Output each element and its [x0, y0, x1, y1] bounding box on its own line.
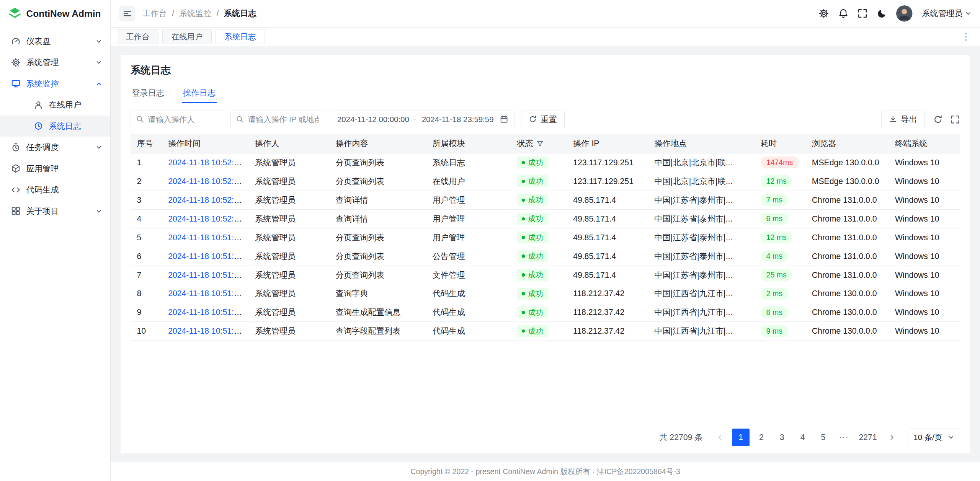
download-icon: [889, 115, 897, 123]
sidebar-item-label: 仪表盘: [26, 36, 90, 47]
page-button-4[interactable]: 4: [794, 429, 812, 446]
prev-page-button[interactable]: [711, 429, 729, 446]
operator-search-input[interactable]: [148, 115, 219, 124]
log-type-tabs: 登录日志 操作日志: [131, 83, 960, 103]
cell-content: 分页查询列表: [329, 228, 426, 247]
page-size-select[interactable]: 10 条/页: [908, 429, 960, 446]
date-range-picker[interactable]: 2024-11-12 00:00:00 - 2024-11-18 23:59:5…: [331, 111, 515, 128]
moon-icon[interactable]: [877, 8, 887, 18]
cell-operator: 系统管理员: [249, 172, 330, 191]
cell-time: 2024-11-18 10:51:50: [162, 284, 249, 303]
footer: Copyright © 2022 - present ContiNew Admi…: [111, 462, 980, 481]
sidebar-item-code-generation[interactable]: 代码生成: [0, 179, 110, 201]
log-detail-link[interactable]: 2024-11-18 10:52:55: [168, 158, 243, 167]
sidebar-item-task-schedule[interactable]: 任务调度: [0, 137, 110, 158]
expand-icon: [951, 115, 960, 124]
more-pages-button[interactable]: ···: [835, 429, 853, 446]
bell-icon[interactable]: [838, 8, 848, 18]
fullscreen-table-button[interactable]: [951, 115, 960, 124]
tab-system-log[interactable]: 系统日志: [216, 29, 265, 44]
status-text: 成功: [528, 176, 543, 187]
refresh-table-button[interactable]: [933, 115, 942, 124]
duration-badge: 2 ms: [761, 288, 788, 300]
cell-location: 中国|江西省|九江市|...: [648, 322, 755, 341]
tab-operation-log[interactable]: 操作日志: [182, 83, 217, 103]
page-button-2[interactable]: 2: [753, 429, 770, 446]
breadcrumb-item-current: 系统日志: [224, 8, 256, 19]
filter-funnel-icon[interactable]: [536, 140, 544, 148]
table-row: 62024-11-18 10:51:53系统管理员分页查询列表公告管理成功49.…: [131, 247, 960, 266]
table-header-row: 序号 操作时间 操作人 操作内容 所属模块 状态 操作 IP 操作: [131, 134, 960, 153]
page-button-3[interactable]: 3: [773, 429, 791, 446]
cell-no: 1: [131, 153, 162, 172]
cell-no: 5: [131, 228, 162, 247]
status-text: 成功: [528, 326, 543, 337]
sidebar-item-system-monitor[interactable]: 系统监控: [0, 73, 110, 95]
user-menu[interactable]: 系统管理员: [922, 8, 971, 19]
sidebar-item-dashboard[interactable]: 仪表盘: [0, 31, 110, 52]
reset-button[interactable]: 重置: [521, 111, 565, 128]
tab-login-log[interactable]: 登录日志: [131, 83, 165, 103]
avatar[interactable]: [896, 5, 912, 21]
user-icon: [34, 100, 43, 109]
topbar: 工作台 / 系统监控 / 系统日志 系统管理员: [111, 0, 980, 28]
col-header-ip: 操作 IP: [567, 134, 648, 153]
log-detail-link[interactable]: 2024-11-18 10:51:49: [168, 326, 243, 335]
status-badge: 成功: [517, 307, 548, 318]
settings-icon[interactable]: [819, 8, 829, 18]
sidebar-item-app-management[interactable]: 应用管理: [0, 158, 110, 179]
app-title: ContiNew Admin: [26, 8, 101, 19]
status-badge: 成功: [517, 213, 548, 225]
status-badge: 成功: [517, 232, 548, 243]
fullscreen-icon[interactable]: [858, 8, 867, 18]
page-tabbar: 工作台 在线用户 系统日志 ⋮: [111, 28, 980, 46]
search-icon: [136, 115, 144, 123]
next-page-button[interactable]: [883, 429, 901, 446]
app-logo: ContiNew Admin: [0, 0, 110, 28]
status-dot: [522, 292, 525, 295]
cell-module: 在线用户: [426, 172, 510, 191]
log-detail-link[interactable]: 2024-11-18 10:52:47: [168, 177, 243, 186]
table-row: 32024-11-18 10:52:12系统管理员查询详情用户管理成功49.85…: [131, 191, 960, 209]
sidebar-item-online-users[interactable]: 在线用户: [0, 94, 110, 116]
cell-content: 分页查询列表: [329, 153, 426, 172]
log-detail-link[interactable]: 2024-11-18 10:51:52: [168, 271, 243, 279]
table-row: 12024-11-18 10:52:55系统管理员分页查询列表系统日志成功123…: [131, 153, 960, 172]
cell-duration: 7 ms: [755, 191, 806, 209]
cell-content: 查询字段配置列表: [329, 322, 426, 341]
cell-duration: 12 ms: [755, 228, 806, 247]
cell-no: 2: [131, 172, 162, 191]
log-detail-link[interactable]: 2024-11-18 10:52:05: [168, 214, 243, 223]
cell-time: 2024-11-18 10:52:05: [162, 209, 249, 228]
log-detail-link[interactable]: 2024-11-18 10:51:49: [168, 308, 243, 316]
breadcrumb-item[interactable]: 系统监控: [179, 8, 212, 19]
log-detail-link[interactable]: 2024-11-18 10:51:55: [168, 233, 243, 242]
page-button-last[interactable]: 2271: [856, 429, 880, 446]
ip-search-input[interactable]: [248, 115, 319, 124]
sidebar-collapse-button[interactable]: [119, 6, 135, 21]
breadcrumb-item[interactable]: 工作台: [142, 8, 167, 19]
sidebar-item-about-project[interactable]: 关于项目: [0, 201, 110, 222]
duration-badge: 7 ms: [761, 194, 788, 206]
cell-status: 成功: [511, 284, 567, 303]
sidebar-item-system-management[interactable]: 系统管理: [0, 52, 110, 73]
log-detail-link[interactable]: 2024-11-18 10:52:12: [168, 196, 243, 204]
cell-ip: 123.117.129.251: [567, 172, 648, 191]
export-button[interactable]: 导出: [881, 111, 925, 128]
cell-browser: Chrome 130.0.0.0: [805, 322, 889, 341]
main-column: 工作台 / 系统监控 / 系统日志 系统管理员 工作台 在线用户: [111, 0, 980, 481]
cell-no: 6: [131, 247, 162, 266]
cell-no: 7: [131, 266, 162, 284]
status-dot: [522, 329, 525, 333]
sidebar-item-system-log[interactable]: 系统日志: [0, 116, 110, 137]
page-button-5[interactable]: 5: [815, 429, 832, 446]
log-detail-link[interactable]: 2024-11-18 10:51:53: [168, 252, 243, 261]
cell-duration: 4 ms: [755, 247, 806, 266]
tab-more-icon[interactable]: ⋮: [958, 32, 974, 41]
table-row: 22024-11-18 10:52:47系统管理员分页查询列表在线用户成功123…: [131, 172, 960, 191]
log-detail-link[interactable]: 2024-11-18 10:51:50: [168, 289, 243, 298]
cell-status: 成功: [511, 191, 567, 209]
page-button-1[interactable]: 1: [732, 429, 750, 446]
tab-online-users[interactable]: 在线用户: [162, 29, 212, 44]
tab-workbench[interactable]: 工作台: [117, 29, 158, 44]
